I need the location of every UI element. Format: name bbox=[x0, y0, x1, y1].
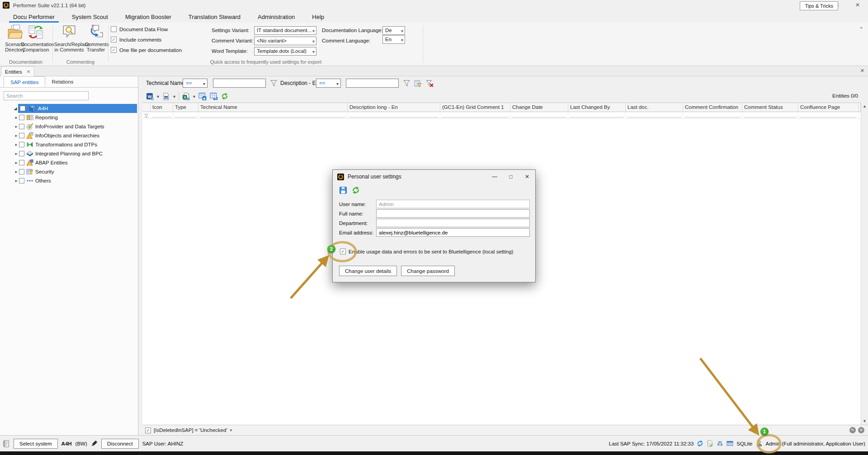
dialog-title-bar[interactable]: Personal user settings — □ ✕ bbox=[333, 170, 535, 183]
select-system-button[interactable]: Select system bbox=[14, 439, 58, 449]
one-file-row[interactable]: One file per documentation bbox=[111, 47, 182, 53]
column-header[interactable]: Technical Name bbox=[198, 103, 348, 112]
expander-icon[interactable]: ▸ bbox=[14, 124, 19, 129]
apply-filter-icon[interactable] bbox=[402, 79, 411, 88]
save-layout-icon[interactable] bbox=[198, 92, 207, 100]
save-icon[interactable] bbox=[339, 186, 347, 194]
log-page-icon[interactable] bbox=[707, 440, 713, 447]
close-button[interactable]: ✕ bbox=[847, 0, 868, 10]
expander-icon[interactable]: ▸ bbox=[14, 151, 19, 156]
column-header[interactable]: Description long - En bbox=[348, 103, 440, 112]
tab-sap-entities[interactable]: SAP entities bbox=[4, 76, 45, 87]
column-header[interactable]: Last Changed By bbox=[568, 103, 626, 112]
description-operator-dropdown[interactable]: == bbox=[316, 79, 341, 88]
usage-data-checkbox[interactable] bbox=[340, 249, 346, 254]
sync-refresh-icon[interactable] bbox=[697, 440, 703, 447]
dialog-minimize-button[interactable]: — bbox=[486, 170, 503, 183]
settings-variant-dropdown[interactable]: IT standard document... bbox=[254, 26, 316, 35]
tree-node-infoprovider[interactable]: ▸ InfoProvider and Data Targets bbox=[14, 122, 138, 131]
comment-language-dropdown[interactable]: En bbox=[382, 35, 405, 44]
expander-icon[interactable]: ▸ bbox=[14, 133, 19, 138]
load-layout-icon[interactable] bbox=[210, 92, 218, 100]
search-input[interactable] bbox=[4, 91, 89, 100]
tree-node-planning[interactable]: ▸ Integrated Planning and BPC bbox=[14, 149, 138, 158]
chevron-down-icon[interactable]: ▾ bbox=[173, 94, 175, 99]
vertical-scrollbar[interactable]: ▲ ▼ bbox=[861, 103, 868, 425]
expander-icon[interactable]: ▸ bbox=[14, 169, 19, 174]
tree-node-a4h[interactable]: ◢ A4H bbox=[13, 104, 138, 113]
clear-filter-icon[interactable]: ✕ bbox=[858, 427, 864, 433]
document-data-flow-row[interactable]: Document Data Flow bbox=[111, 26, 182, 32]
node-checkbox[interactable] bbox=[19, 115, 24, 120]
expander-icon[interactable]: ▸ bbox=[14, 142, 19, 147]
apply-filter-icon[interactable] bbox=[269, 79, 278, 88]
email-field[interactable] bbox=[376, 228, 530, 237]
tab-translation-steward[interactable]: Translation Steward bbox=[180, 11, 249, 23]
node-checkbox[interactable] bbox=[19, 133, 24, 138]
tree-node-security[interactable]: ▸ Security bbox=[14, 167, 138, 176]
log-notes-icon[interactable] bbox=[3, 440, 10, 447]
technical-name-filter-input[interactable] bbox=[213, 79, 266, 88]
a4h-checkbox[interactable] bbox=[20, 106, 25, 111]
tab-entities[interactable]: Entities ✕ bbox=[1, 66, 34, 76]
tree-node-transformations[interactable]: ▸ Transformations and DTPs bbox=[14, 140, 138, 149]
description-filter-input[interactable] bbox=[346, 79, 399, 88]
scroll-down-icon[interactable]: ▼ bbox=[861, 417, 868, 425]
filter-editor-icon[interactable] bbox=[414, 79, 422, 88]
include-comments-row[interactable]: Include comments bbox=[111, 37, 182, 42]
column-header[interactable]: Icon bbox=[151, 103, 173, 112]
node-checkbox[interactable] bbox=[19, 160, 24, 165]
current-user-label[interactable]: Admin (Full administrator, Application U… bbox=[766, 441, 866, 446]
expander-icon[interactable]: ▸ bbox=[14, 178, 19, 183]
dialog-maximize-button[interactable]: □ bbox=[503, 170, 519, 183]
usage-data-row[interactable]: Enable usage data and errors to be sent … bbox=[340, 249, 513, 254]
tab-migration-booster[interactable]: Migration Booster bbox=[117, 11, 180, 23]
user-person-icon[interactable] bbox=[756, 440, 763, 447]
technical-name-operator-dropdown[interactable]: == bbox=[183, 79, 208, 88]
chevron-down-icon[interactable]: ▾ bbox=[157, 94, 159, 99]
include-comments-checkbox[interactable] bbox=[111, 37, 117, 42]
comment-variant-dropdown[interactable]: <No variant> bbox=[254, 37, 316, 45]
collapse-ribbon-icon[interactable]: ⌃ bbox=[859, 26, 863, 33]
word-document-icon[interactable] bbox=[162, 93, 170, 100]
column-header[interactable]: Comment Status bbox=[742, 103, 798, 112]
full-name-field[interactable] bbox=[376, 209, 530, 218]
disconnect-button[interactable]: Disconnect bbox=[101, 439, 139, 449]
clear-filter-icon[interactable] bbox=[425, 79, 434, 88]
node-checkbox[interactable] bbox=[19, 151, 24, 156]
grid-auto-filter-row[interactable] bbox=[142, 112, 861, 119]
tab-system-scout[interactable]: System Scout bbox=[63, 11, 117, 23]
tab-docu-performer[interactable]: Docu Performer bbox=[5, 11, 63, 23]
column-header[interactable]: Confluence Page bbox=[798, 103, 859, 112]
tab-relations[interactable]: Relations bbox=[45, 76, 80, 87]
word-template-dropdown[interactable]: Template.dotx (Local) bbox=[254, 47, 316, 56]
tree-node-abap[interactable]: ▸ ABAP Entities bbox=[14, 158, 138, 167]
tree-node-reporting[interactable]: ▸ Reporting bbox=[14, 113, 138, 122]
column-header[interactable]: Last doc. bbox=[626, 103, 683, 112]
chevron-down-icon[interactable]: ▾ bbox=[230, 428, 232, 432]
column-header[interactable]: Comment Confirmation bbox=[683, 103, 742, 112]
column-header[interactable]: Type bbox=[173, 103, 198, 112]
column-header[interactable]: Change Date bbox=[510, 103, 568, 112]
node-checkbox[interactable] bbox=[19, 169, 24, 174]
department-field[interactable] bbox=[376, 219, 530, 227]
search-replace-button[interactable]: Search/Replace in Comments bbox=[54, 24, 84, 52]
export-word-icon[interactable] bbox=[146, 93, 154, 100]
node-checkbox[interactable] bbox=[19, 178, 24, 183]
tips-tricks-button[interactable]: Tips & Tricks bbox=[800, 1, 838, 10]
dialog-close-button[interactable]: ✕ bbox=[519, 170, 535, 183]
settings-sliders-icon[interactable] bbox=[717, 440, 723, 447]
expander-icon[interactable]: ▸ bbox=[14, 160, 19, 165]
footer-filter-checkbox[interactable] bbox=[145, 427, 151, 433]
change-user-details-button[interactable]: Change user details bbox=[339, 266, 397, 276]
tab-help[interactable]: Help bbox=[303, 11, 333, 23]
one-file-checkbox[interactable] bbox=[111, 47, 117, 53]
expander-icon[interactable]: ▸ bbox=[14, 115, 19, 120]
refresh-icon[interactable] bbox=[352, 186, 360, 194]
scroll-up-icon[interactable]: ▲ bbox=[861, 103, 868, 110]
refresh-icon[interactable] bbox=[221, 93, 228, 100]
tab-close-icon[interactable]: ✕ bbox=[27, 69, 30, 74]
document-data-flow-checkbox[interactable] bbox=[111, 26, 117, 32]
expander-open-icon[interactable]: ◢ bbox=[13, 106, 18, 111]
comments-transfer-button[interactable]: Comments Transfer bbox=[85, 24, 107, 52]
